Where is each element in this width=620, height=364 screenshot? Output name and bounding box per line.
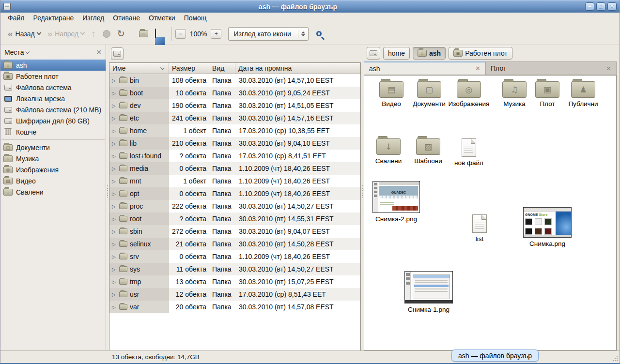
table-row[interactable]: ▷lost+found? обектаПапка17.03.2010 (ср) …: [109, 150, 360, 162]
close-button[interactable]: ✕: [607, 2, 617, 11]
titlebar[interactable]: ash — файлов браузър − □ ✕: [0, 0, 620, 13]
path-button-home[interactable]: home: [383, 47, 410, 60]
menu-Редактиране[interactable]: Редактиране: [29, 13, 78, 23]
column-header-name[interactable]: Име: [109, 63, 169, 74]
tab-ash[interactable]: ash✕: [364, 61, 486, 75]
table-row[interactable]: ▷tmp13 обектаПапка30.03.2010 (вт) 15,07,…: [109, 275, 360, 288]
table-row[interactable]: ▷home1 обектПапка17.03.2010 (ср) 10,38,5…: [109, 124, 360, 137]
table-row[interactable]: ▷selinux21 обектаПапка30.03.2010 (вт) 14…: [109, 238, 360, 250]
table-row[interactable]: ▷lib210 обектаПапка30.03.2010 (вт) 9,04,…: [109, 137, 360, 150]
menu-Файл[interactable]: Файл: [3, 13, 29, 23]
minimize-button[interactable]: −: [585, 2, 594, 11]
table-row[interactable]: ▷usr12 обектаПапка17.03.2010 (ср) 8,51,4…: [109, 288, 360, 301]
icon-item-Свалени[interactable]: ↓Свалени: [368, 138, 409, 165]
expander-icon[interactable]: ▷: [112, 91, 117, 96]
sidebar-item-Работен плот[interactable]: ▣Работен плот: [0, 71, 106, 82]
zoom-in-button[interactable]: +: [211, 29, 221, 39]
path-button-Работен плот[interactable]: ▣Работен плот: [449, 47, 512, 60]
expander-icon[interactable]: ▷: [112, 254, 117, 259]
icon-item-Изображения[interactable]: ◎Изображения: [448, 81, 490, 108]
menu-Помощ[interactable]: Помощ: [180, 13, 211, 23]
resize-grip[interactable]: [612, 356, 618, 362]
expander-icon[interactable]: ▷: [112, 103, 117, 108]
table-row[interactable]: ▷boot10 обектаПапка30.03.2010 (вт) 9,05,…: [109, 87, 360, 99]
expander-icon[interactable]: ▷: [112, 191, 117, 197]
filesystem-root-button[interactable]: [111, 47, 124, 60]
sidebar-item-Изображения[interactable]: ◎Изображения: [0, 164, 106, 175]
table-row[interactable]: ▷opt0 обектаПапка1.10.2009 (чт) 18,40,26…: [109, 187, 360, 200]
expander-icon[interactable]: ▷: [112, 242, 117, 247]
expander-icon[interactable]: ▷: [112, 153, 117, 159]
stop-button[interactable]: [99, 28, 114, 40]
expander-icon[interactable]: ▷: [112, 166, 117, 171]
computer-button[interactable]: [152, 27, 168, 40]
icon-item-Снимка-1.png[interactable]: Снимка-1.png: [403, 271, 454, 314]
sidebar-item-Кошче[interactable]: Кошче: [0, 126, 106, 137]
menu-Отиване[interactable]: Отиване: [108, 13, 144, 23]
home-button[interactable]: ⌂: [136, 28, 152, 40]
menu-Изглед[interactable]: Изглед: [78, 13, 108, 23]
expander-icon[interactable]: ▷: [112, 179, 117, 184]
icon-item-Плот[interactable]: ▣Плот: [528, 81, 567, 108]
icon-item-Шаблони[interactable]: ▨Шаблони: [408, 138, 449, 165]
sidebar-item-Свалени[interactable]: ↓Свалени: [0, 186, 106, 197]
icon-item-Снимка.png[interactable]: GNOME StoreСнимка.png: [520, 207, 574, 248]
column-header-type[interactable]: Вид: [209, 63, 235, 74]
sidebar-item-Музика[interactable]: ♫Музика: [0, 153, 106, 164]
up-button[interactable]: ↑: [88, 27, 99, 41]
view-mode-spinner-icon[interactable]: [301, 31, 305, 36]
sidebar-item-ash[interactable]: ⌂ash: [0, 60, 106, 71]
tab-close-icon[interactable]: ✕: [470, 65, 480, 72]
icon-item-list[interactable]: list: [459, 214, 500, 243]
path-root-button[interactable]: [367, 47, 380, 60]
icon-item-Публични[interactable]: ♟Публични: [562, 81, 604, 108]
pane-splitter[interactable]: [106, 45, 109, 350]
table-row[interactable]: ▷sbin272 обектаПапка30.03.2010 (вт) 9,04…: [109, 225, 360, 238]
zoom-out-button[interactable]: −: [175, 29, 186, 39]
expander-icon[interactable]: ▷: [112, 78, 117, 83]
sidebar-item-Локална мрежа[interactable]: Локална мрежа: [0, 93, 106, 104]
maximize-button[interactable]: □: [596, 2, 605, 11]
table-row[interactable]: ▷etc241 обектаПапка30.03.2010 (вт) 14,57…: [109, 112, 360, 124]
table-row[interactable]: ▷root? обектаПапка30.03.2010 (вт) 14,55,…: [109, 212, 360, 225]
table-row[interactable]: ▷mnt1 обектПапка1.10.2009 (чт) 18,40,26 …: [109, 175, 360, 187]
sidebar-item-Файлова система[interactable]: Файлова система: [0, 82, 106, 93]
forward-button[interactable]: » Напред: [44, 27, 88, 41]
back-dropdown-icon[interactable]: [36, 30, 41, 35]
expander-icon[interactable]: ▷: [112, 304, 117, 310]
table-row[interactable]: ▷bin108 обектаПапка30.03.2010 (вт) 14,57…: [109, 74, 360, 87]
expander-icon[interactable]: ▷: [112, 141, 117, 146]
sidebar-item-Шифриран дял (80 GB)[interactable]: Шифриран дял (80 GB): [0, 115, 106, 126]
table-row[interactable]: ▷media0 обектаПапка1.10.2009 (чт) 18,40,…: [109, 162, 360, 175]
reload-button[interactable]: ↻: [114, 27, 128, 41]
table-row[interactable]: ▷var20 обектаПапка30.03.2010 (вт) 14,57,…: [109, 301, 360, 313]
sidebar-mode-select[interactable]: Места: [4, 48, 29, 56]
expander-icon[interactable]: ▷: [112, 279, 117, 285]
expander-icon[interactable]: ▷: [112, 267, 117, 272]
expander-icon[interactable]: ▷: [112, 116, 117, 121]
icon-item-Документи[interactable]: ▢Документи: [406, 81, 452, 108]
view-mode-select[interactable]: Изглед като икони: [228, 27, 308, 41]
sidebar-close-icon[interactable]: ✕: [96, 48, 102, 56]
search-icon[interactable]: [316, 31, 322, 36]
path-button-ash[interactable]: ⌂ash: [413, 47, 446, 60]
expander-icon[interactable]: ▷: [112, 292, 117, 297]
table-row[interactable]: ▷sys11 обектаПапка30.03.2010 (вт) 14,50,…: [109, 263, 360, 275]
sidebar-item-Видео[interactable]: ▤Видео: [0, 175, 106, 186]
sidebar-item-Файлова система (210 MB)[interactable]: Файлова система (210 MB): [0, 104, 106, 115]
expander-icon[interactable]: ▷: [112, 128, 117, 134]
table-row[interactable]: ▷dev190 обектаПапка30.03.2010 (вт) 14,51…: [109, 99, 360, 112]
icon-item-нов файл[interactable]: нов файл: [449, 138, 489, 167]
expander-icon[interactable]: ▷: [112, 229, 117, 234]
column-header-date[interactable]: Дата на промяна: [235, 63, 360, 74]
tab-Плот[interactable]: Плот✕: [486, 61, 617, 75]
table-row[interactable]: ▷proc222 обектаПапка30.03.2010 (вт) 14,5…: [109, 200, 360, 212]
icon-item-Снимка-2.png[interactable]: GUADECСнимка-2.png: [372, 181, 421, 223]
tab-close-icon[interactable]: ✕: [601, 65, 611, 72]
menu-Отметки[interactable]: Отметки: [144, 13, 180, 23]
back-button[interactable]: « Назад: [4, 27, 44, 41]
expander-icon[interactable]: ▷: [112, 204, 117, 209]
sidebar-item-Документи[interactable]: ▢Документи: [0, 142, 106, 153]
column-header-size[interactable]: Размер: [169, 63, 209, 74]
icon-view[interactable]: ▤Видео▢Документи◎Изображения♫Музика▣Плот…: [364, 75, 617, 350]
